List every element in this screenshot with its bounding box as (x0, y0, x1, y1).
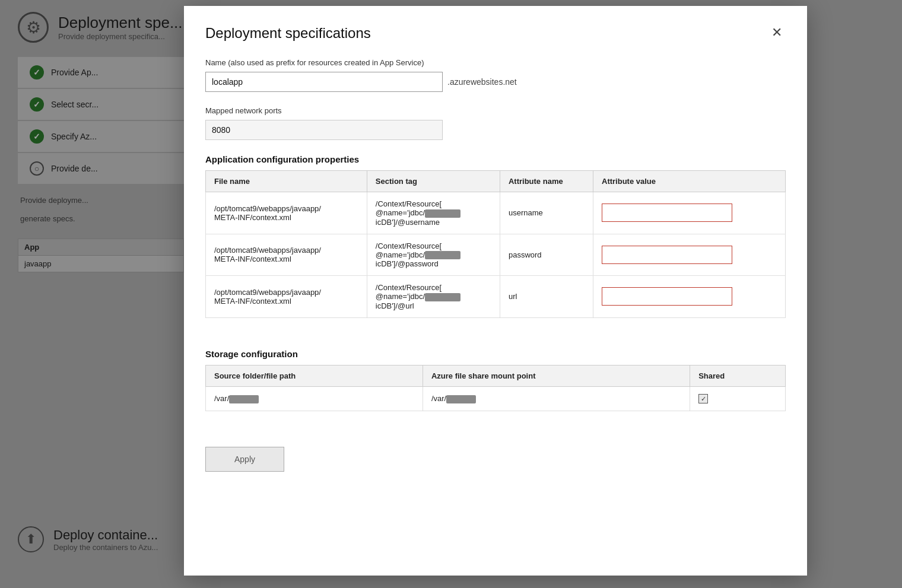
ports-input[interactable] (205, 120, 443, 140)
modal-close-button[interactable]: ✕ (768, 25, 786, 40)
name-label: Name (also used as prefix for resources … (205, 58, 786, 67)
cell-attr-name-2: password (500, 234, 593, 276)
modal-title: Deployment specifications (205, 25, 371, 42)
cell-attr-value-3 (593, 276, 786, 318)
storage-table-body: /var/ /var/ ✓ (206, 386, 786, 411)
col-attribute-name: Attribute name (500, 171, 593, 192)
col-attribute-value: Attribute value (593, 171, 786, 192)
col-file-name: File name (206, 171, 367, 192)
storage-config-table: Source folder/file path Azure file share… (205, 365, 786, 412)
name-input[interactable] (205, 72, 443, 92)
cell-file-name-3: /opt/tomcat9/webapps/javaapp/META-INF/co… (206, 276, 367, 318)
table-row: /opt/tomcat9/webapps/javaapp/META-INF/co… (206, 234, 786, 276)
redacted-source (229, 395, 259, 403)
ports-section: Mapped network ports (205, 106, 786, 140)
modal-header: Deployment specifications ✕ (205, 25, 786, 42)
app-config-section: Application configuration properties Fil… (205, 154, 786, 335)
redacted-1 (425, 209, 460, 218)
table-row: /var/ /var/ ✓ (206, 386, 786, 411)
url-value-input[interactable] (602, 287, 732, 306)
app-config-heading: Application configuration properties (205, 154, 786, 164)
storage-config-heading: Storage configuration (205, 349, 786, 359)
password-value-input[interactable] (602, 246, 732, 264)
cell-source-path-1: /var/ (206, 386, 423, 411)
cell-attr-name-1: username (500, 192, 593, 234)
redacted-3 (425, 293, 460, 301)
cell-attr-value-1 (593, 192, 786, 234)
storage-config-section: Storage configuration Source folder/file… (205, 349, 786, 428)
storage-header-row: Source folder/file path Azure file share… (206, 365, 786, 386)
redacted-2 (425, 251, 460, 259)
name-suffix: .azurewebsites.net (447, 77, 517, 87)
app-config-header-row: File name Section tag Attribute name Att… (206, 171, 786, 192)
cell-attr-name-3: url (500, 276, 593, 318)
col-section-tag: Section tag (367, 171, 500, 192)
cell-section-tag-3: /Context/Resource[ @name='jdbc/ icDB']/@… (367, 276, 500, 318)
deployment-specs-modal: Deployment specifications ✕ Name (also u… (184, 6, 807, 576)
apply-button-container: Apply (205, 442, 786, 472)
cell-file-name-2: /opt/tomcat9/webapps/javaapp/META-INF/co… (206, 234, 367, 276)
cell-file-name-1: /opt/tomcat9/webapps/javaapp/META-INF/co… (206, 192, 367, 234)
app-config-table-body: /opt/tomcat9/webapps/javaapp/META-INF/co… (206, 192, 786, 318)
cell-shared-1: ✓ (690, 386, 786, 411)
username-value-input[interactable] (602, 204, 732, 222)
shared-checkbox[interactable]: ✓ (698, 394, 708, 403)
col-source-path: Source folder/file path (206, 365, 423, 386)
app-config-table-head: File name Section tag Attribute name Att… (206, 171, 786, 192)
cell-section-tag-1: /Context/Resource[ @name='jdbc/ icDB']/@… (367, 192, 500, 234)
cell-attr-value-2 (593, 234, 786, 276)
ports-label: Mapped network ports (205, 106, 786, 115)
table-row: /opt/tomcat9/webapps/javaapp/META-INF/co… (206, 192, 786, 234)
col-shared: Shared (690, 365, 786, 386)
cell-section-tag-2: /Context/Resource[ @name='jdbc/ icDB']/@… (367, 234, 500, 276)
apply-button[interactable]: Apply (205, 447, 284, 472)
name-row: .azurewebsites.net (205, 72, 786, 92)
cell-mount-point-1: /var/ (423, 386, 690, 411)
name-section: Name (also used as prefix for resources … (205, 58, 786, 92)
storage-table-head: Source folder/file path Azure file share… (206, 365, 786, 386)
app-config-table: File name Section tag Attribute name Att… (205, 170, 786, 318)
redacted-mount (446, 395, 476, 403)
col-mount-point: Azure file share mount point (423, 365, 690, 386)
table-row: /opt/tomcat9/webapps/javaapp/META-INF/co… (206, 276, 786, 318)
